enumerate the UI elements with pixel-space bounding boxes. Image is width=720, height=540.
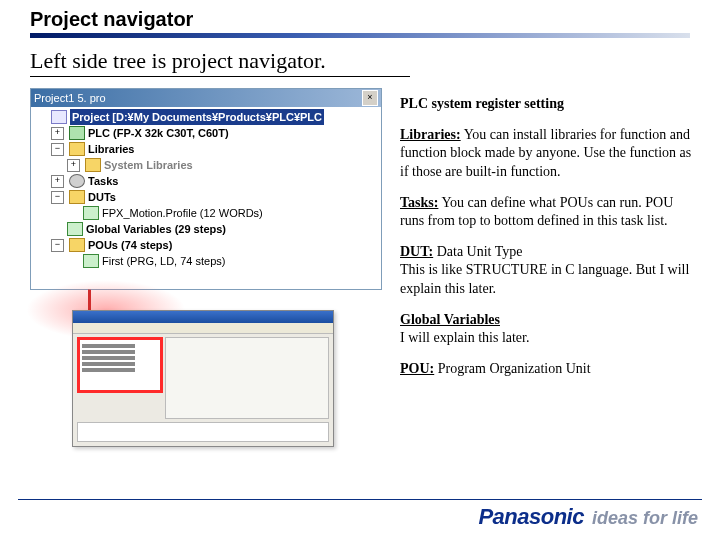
tree-node-duts[interactable]: − DUTs [31,189,381,205]
tasks-heading: Tasks: [400,195,438,210]
tree-label: FPX_Motion.Profile (12 WORDs) [102,205,263,221]
folder-icon [85,158,101,172]
title-text: Project navigator [30,8,690,31]
project-icon [51,110,67,124]
mini-navigator-highlight [77,337,163,393]
mini-menubar [73,323,333,334]
block-icon [83,254,99,268]
plc-icon [69,126,85,140]
window-title: Project1 5. pro [34,92,106,104]
tree-node-global-variables[interactable]: Global Variables (29 steps) [31,221,381,237]
tree-node-motion-profile[interactable]: FPX_Motion.Profile (12 WORDs) [31,205,381,221]
tree-node-libraries[interactable]: − Libraries [31,141,381,157]
tree-node-system-libraries[interactable]: + System Libraries [31,157,381,173]
plc-register-heading: PLC system register setting [400,96,564,111]
window-titlebar: Project1 5. pro × [31,89,381,107]
subtitle-underline [30,76,410,77]
expand-icon[interactable]: + [51,127,64,140]
tree-label: DUTs [88,189,116,205]
dut-body: Data Unit Type This is like STRUCTURE in… [400,244,689,295]
dut-heading: DUT: [400,244,433,259]
pou-heading: POU: [400,361,434,376]
collapse-icon[interactable]: − [51,143,64,156]
tree-label: POUs (74 steps) [88,237,172,253]
tasks-body: You can define what POUs can run. POU ru… [400,195,673,228]
collapse-icon[interactable]: − [51,191,64,204]
slide-subtitle: Left side tree is project navigator. [30,48,326,74]
tree-node-project[interactable]: Project [D:¥My Documents¥Products¥PLC¥PL… [31,109,381,125]
tree-label: Project [D:¥My Documents¥Products¥PLC¥PL… [70,109,324,125]
block-icon [83,206,99,220]
libraries-heading: Libraries: [400,127,461,142]
folder-icon [69,190,85,204]
brand-logo: Panasonic ideas for life [478,504,698,530]
expand-icon[interactable]: + [67,159,80,172]
footer-divider [18,499,702,500]
mini-editor-area [165,337,329,419]
expand-icon[interactable]: + [51,175,64,188]
tree-node-first[interactable]: First (PRG, LD, 74 steps) [31,253,381,269]
tree-label: PLC (FP-X 32k C30T, C60T) [88,125,229,141]
global-variables-heading: Global Variables [400,312,500,327]
gear-icon [69,174,85,188]
tree-label: System Libraries [104,157,193,173]
project-navigator-window: Project1 5. pro × Project [D:¥My Documen… [30,88,382,290]
ide-screenshot-thumbnail [72,310,334,447]
tree-node-plc[interactable]: + PLC (FP-X 32k C30T, C60T) [31,125,381,141]
description-column: PLC system register setting Libraries: Y… [400,95,700,391]
tree-label: First (PRG, LD, 74 steps) [102,253,225,269]
folder-icon [69,238,85,252]
folder-icon [69,142,85,156]
block-icon [67,222,83,236]
global-variables-body: I will explain this later. [400,330,529,345]
mini-titlebar [73,311,333,323]
tree-node-pous[interactable]: − POUs (74 steps) [31,237,381,253]
tree-label: Libraries [88,141,134,157]
brand-name: Panasonic [478,504,584,530]
tree-label: Global Variables (29 steps) [86,221,226,237]
tree-label: Tasks [88,173,118,189]
tree-node-tasks[interactable]: + Tasks [31,173,381,189]
title-underline [30,33,690,38]
tree-body: Project [D:¥My Documents¥Products¥PLC¥PL… [31,107,381,271]
collapse-icon[interactable]: − [51,239,64,252]
close-icon[interactable]: × [362,90,378,106]
mini-bottom-panel [77,422,329,442]
pou-body: Program Organization Unit [434,361,590,376]
brand-tagline: ideas for life [592,508,698,529]
slide-title: Project navigator [30,8,690,38]
